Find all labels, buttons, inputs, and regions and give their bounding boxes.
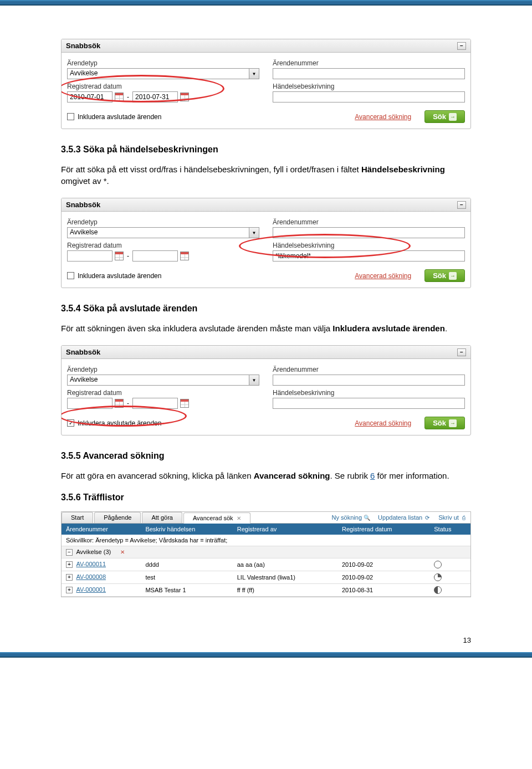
heading-355: 3.5.5 Avancerad sökning: [61, 451, 471, 461]
group-label: Avvikelse (3): [76, 548, 111, 555]
date-from-input[interactable]: [67, 250, 112, 262]
arrow-right-icon: →: [449, 113, 457, 121]
search-icon: 🔍: [364, 514, 370, 521]
date-from-input[interactable]: [67, 91, 112, 102]
calendar-icon[interactable]: [180, 93, 189, 101]
collapse-icon[interactable]: −: [66, 549, 73, 556]
arendenummer-label: Ärendenummer: [273, 59, 465, 67]
heading-353: 3.5.3 Söka på händelsebeskrivningen: [61, 145, 471, 155]
tab-start[interactable]: Start: [62, 512, 93, 523]
regdate-label: Registrerad datum: [67, 83, 259, 90]
cell-regav: aa aa (aa): [233, 558, 337, 571]
cell-regdate: 2010-09-02: [337, 558, 429, 571]
delete-icon[interactable]: ✕: [119, 549, 126, 556]
snabbsok-panel-3: Snabbsök − Ärendetyp Avvikelse ▼ Ärenden…: [61, 345, 471, 435]
col-regdate[interactable]: Registrerad datum: [337, 524, 429, 535]
link-rubrik-6[interactable]: 6: [370, 471, 375, 480]
tab-avancerad-sok[interactable]: Avancerad sök✕: [183, 512, 250, 524]
inkludera-checkbox[interactable]: Inkludera avslutade ärenden: [67, 272, 161, 280]
text-354: För att sökningen även ska inkludera avs…: [61, 322, 471, 334]
table-row[interactable]: + AV-000001 MSAB Testar 1 ff ff (ff) 201…: [62, 583, 470, 596]
arendenummer-link[interactable]: AV-000008: [76, 573, 106, 580]
close-icon[interactable]: ✕: [237, 515, 241, 521]
expand-icon[interactable]: +: [66, 587, 73, 593]
table-row[interactable]: + AV-000011 dddd aa aa (aa) 2010-09-02: [62, 558, 470, 571]
sokvillkor-row: Sökvillkor: Ärendetyp = Avvikelse; Vårds…: [62, 535, 470, 546]
arendetyp-select[interactable]: Avvikelse ▼: [67, 375, 259, 386]
arrow-right-icon: →: [449, 419, 457, 427]
heading-356: 3.5.6 Träfflistor: [61, 493, 471, 503]
sok-button[interactable]: Sök →: [424, 110, 465, 123]
toolbar-right: Ny sökning 🔍 Uppdatera listan ⟳ Skriv ut…: [329, 512, 470, 523]
ny-sokning-link[interactable]: Ny sökning 🔍: [332, 514, 370, 521]
collapse-button[interactable]: −: [457, 201, 466, 209]
date-to-input[interactable]: [132, 91, 178, 102]
calendar-icon[interactable]: [115, 93, 124, 101]
arendenummer-input[interactable]: [273, 375, 465, 386]
date-to-input[interactable]: [132, 250, 178, 262]
panel-title: Snabbsök: [66, 201, 100, 209]
calendar-icon[interactable]: [180, 399, 189, 408]
arendetyp-select[interactable]: Avvikelse ▼: [67, 227, 259, 238]
sok-button[interactable]: Sök →: [424, 269, 465, 282]
arendetyp-select[interactable]: Avvikelse ▼: [67, 68, 259, 79]
resultlist-panel: Start Pågående Att göra Avancerad sök✕ N…: [61, 511, 471, 597]
date-to-input[interactable]: [132, 398, 178, 409]
hbesk-input[interactable]: [273, 91, 465, 102]
sok-button[interactable]: Sök →: [424, 417, 465, 429]
panel-header: Snabbsök −: [62, 346, 470, 359]
date-from-input[interactable]: [67, 398, 112, 409]
calendar-icon[interactable]: [115, 399, 124, 408]
calendar-icon[interactable]: [115, 252, 124, 260]
group-row[interactable]: − Avvikelse (3) ✕: [62, 546, 470, 558]
col-beskriv[interactable]: Beskriv händelsen: [141, 524, 232, 535]
inkludera-checkbox[interactable]: ✓ Inkludera avslutade ärenden: [67, 419, 161, 427]
uppdatera-listan-link[interactable]: Uppdatera listan ⟳: [378, 514, 431, 521]
cell-beskriv: dddd: [141, 558, 232, 571]
date-separator: -: [126, 399, 130, 407]
col-arendenummer[interactable]: Ärendenummer: [62, 524, 141, 535]
panel-title: Snabbsök: [66, 348, 100, 356]
hbesk-input[interactable]: [273, 398, 465, 409]
col-regav[interactable]: Registrerad av: [233, 524, 337, 535]
status-icon-empty: [434, 561, 442, 568]
skriv-ut-link[interactable]: Skriv ut ⎙: [438, 514, 467, 521]
tab-attgora[interactable]: Att göra: [142, 512, 182, 523]
arendenummer-input[interactable]: [273, 227, 465, 238]
avancerad-sokning-link[interactable]: Avancerad sökning: [355, 272, 411, 280]
arendetyp-label: Ärendetyp: [67, 218, 259, 226]
chevron-down-icon: ▼: [249, 228, 259, 238]
heading-354: 3.5.4 Söka på avslutade ärenden: [61, 304, 471, 314]
calendar-icon[interactable]: [180, 252, 189, 260]
hbesk-label: Händelsebeskrivning: [273, 242, 465, 249]
inkludera-checkbox[interactable]: Inkludera avslutade ärenden: [67, 113, 161, 121]
checkbox-icon: [67, 113, 74, 120]
chevron-down-icon: ▼: [249, 69, 259, 79]
print-icon: ⎙: [461, 514, 467, 521]
arendenummer-input[interactable]: [273, 68, 465, 79]
arendenummer-link[interactable]: AV-000011: [76, 561, 106, 567]
arrow-right-icon: →: [449, 272, 457, 280]
avancerad-sokning-link[interactable]: Avancerad sökning: [355, 419, 411, 427]
inkludera-label: Inkludera avslutade ärenden: [78, 419, 161, 427]
arendetyp-value: Avvikelse: [68, 69, 249, 79]
table-row[interactable]: + AV-000008 test LIL Valestrand (liwa1) …: [62, 571, 470, 583]
collapse-button[interactable]: −: [457, 348, 466, 356]
chevron-down-icon: ▼: [249, 375, 259, 385]
text-353: För att söka på ett visst ord/fras i hän…: [61, 163, 471, 187]
col-status[interactable]: Status: [429, 524, 470, 535]
expand-icon[interactable]: +: [66, 561, 73, 568]
expand-icon[interactable]: +: [66, 574, 73, 581]
arendenummer-link[interactable]: AV-000001: [76, 586, 106, 593]
sok-label: Sök: [433, 112, 446, 121]
panel-title: Snabbsök: [66, 42, 100, 50]
tab-label: Avancerad sök: [193, 515, 233, 521]
arendetyp-value: Avvikelse: [68, 228, 249, 238]
regdate-label: Registrerad datum: [67, 242, 259, 249]
cell-regav: LIL Valestrand (liwa1): [233, 571, 337, 583]
hbesk-input[interactable]: [273, 250, 465, 262]
tabstrip: Start Pågående Att göra Avancerad sök✕ N…: [62, 512, 470, 524]
avancerad-sokning-link[interactable]: Avancerad sökning: [355, 113, 411, 121]
tab-pagaende[interactable]: Pågående: [94, 512, 141, 523]
collapse-button[interactable]: −: [457, 42, 466, 50]
